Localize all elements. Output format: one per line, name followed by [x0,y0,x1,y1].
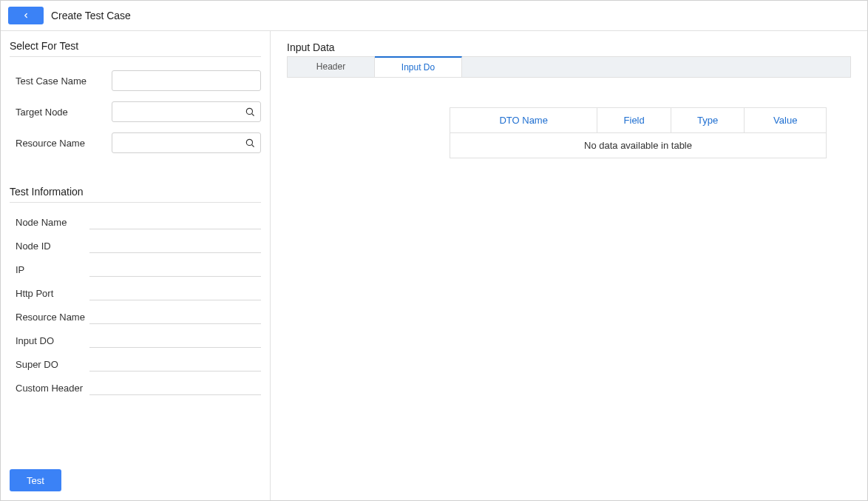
select-section-title: Select For Test [10,40,261,57]
tabs-row: HeaderInput Do [288,57,850,77]
info-row: Resource Name [10,311,261,324]
test-case-name-row: Test Case Name [10,70,261,91]
right-panel: Input Data HeaderInput Do DTO NameFieldT… [271,31,867,500]
info-row: Super DO [10,358,261,371]
info-row: Http Port [10,287,261,300]
tab-header[interactable]: Header [288,57,375,77]
target-node-input[interactable] [112,101,261,122]
chevron-left-icon [22,12,30,19]
table-empty-row: No data available in table [450,133,827,158]
left-spacer [10,406,261,469]
target-node-label: Target Node [16,107,112,118]
info-value [89,263,261,277]
back-button[interactable] [8,7,44,24]
search-icon [245,107,255,117]
table-column-header[interactable]: Type [671,108,745,133]
info-value [89,334,261,348]
info-value [89,287,261,300]
resource-name-wrapper [112,132,261,153]
test-button[interactable]: Test [10,469,61,491]
page-title: Create Test Case [51,10,131,21]
input-data-title: Input Data [287,41,851,53]
svg-line-1 [252,114,254,116]
content: Select For Test Test Case Name Target No… [1,30,867,500]
info-row: IP [10,263,261,277]
info-label: Resource Name [16,312,89,324]
data-table: DTO NameFieldTypeValue No data available… [450,107,827,158]
target-node-wrapper [112,101,261,122]
resource-name-row: Resource Name [10,132,261,153]
info-rows-container: Node NameNode IDIPHttp PortResource Name… [10,216,261,406]
resource-name-label: Resource Name [16,138,112,149]
info-row: Input DO [10,334,261,348]
info-label: Custom Header [16,383,89,395]
test-case-name-input[interactable] [112,70,261,91]
resource-name-input[interactable] [112,132,261,153]
info-label: Node Name [16,217,89,229]
test-case-name-label: Test Case Name [16,75,112,87]
gap [10,164,261,186]
table-wrapper: DTO NameFieldTypeValue No data available… [450,107,827,158]
info-row: Custom Header [10,382,261,395]
table-column-header[interactable]: DTO Name [450,108,597,133]
info-label: IP [16,264,89,277]
target-node-search-button[interactable] [243,105,257,118]
tabs-block: HeaderInput Do [287,56,851,78]
info-label: Http Port [16,288,89,300]
info-value [89,311,261,324]
info-row: Node Name [10,216,261,229]
info-label: Super DO [16,359,89,371]
info-value [89,240,261,253]
table-column-header[interactable]: Value [745,108,827,133]
info-label: Node ID [16,241,89,253]
table-column-header[interactable]: Field [597,108,671,133]
search-icon [245,138,255,148]
info-value [89,382,261,395]
target-node-row: Target Node [10,101,261,122]
table-header-row: DTO NameFieldTypeValue [450,108,827,133]
info-value [89,216,261,229]
table-empty-message: No data available in table [450,133,827,158]
info-value [89,358,261,371]
info-section-title: Test Information [10,186,261,203]
svg-line-3 [252,145,254,147]
tab-input-do[interactable]: Input Do [375,56,462,77]
page-root: Create Test Case Select For Test Test Ca… [0,0,868,501]
left-panel: Select For Test Test Case Name Target No… [1,31,271,500]
info-label: Input DO [16,335,89,348]
page-header: Create Test Case [1,1,867,30]
resource-name-search-button[interactable] [243,136,257,149]
info-row: Node ID [10,240,261,253]
